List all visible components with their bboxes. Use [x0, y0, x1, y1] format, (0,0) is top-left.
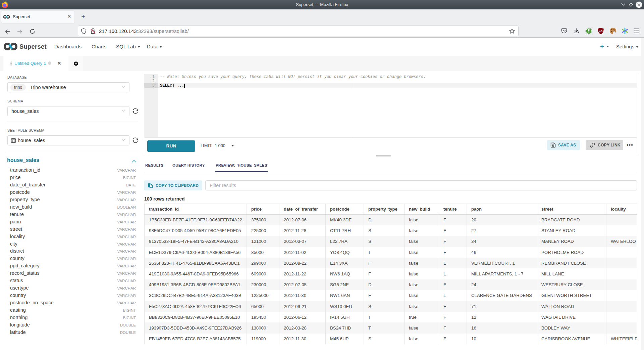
svg-text:uO: uO	[599, 30, 602, 33]
